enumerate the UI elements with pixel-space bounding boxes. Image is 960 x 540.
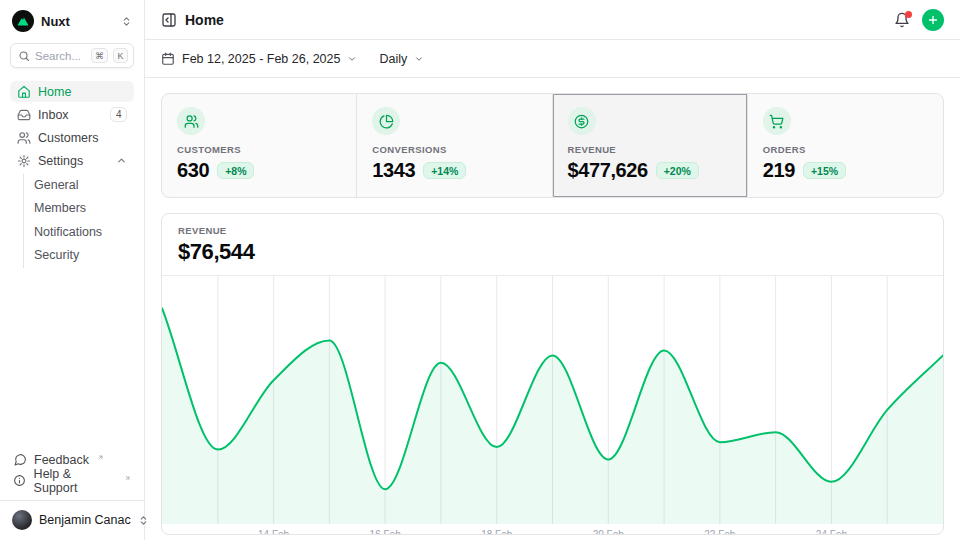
- filters-toolbar: Feb 12, 2025 - Feb 26, 2025 Daily: [145, 40, 960, 78]
- workspace-switcher[interactable]: Nuxt: [10, 9, 134, 43]
- x-tick-label: 20 Feb: [593, 529, 624, 535]
- workspace-name: Nuxt: [41, 14, 114, 29]
- sidebar-item-security[interactable]: Security: [27, 245, 134, 267]
- sidebar-item-label: Members: [34, 201, 86, 215]
- sidebar: Nuxt ⌘ K Home Inbo: [0, 0, 145, 540]
- date-range-picker[interactable]: Feb 12, 2025 - Feb 26, 2025: [161, 52, 357, 66]
- page-header: Home: [145, 0, 960, 40]
- search-icon: [18, 50, 30, 62]
- inbox-icon: [17, 108, 31, 122]
- chevrons-up-down-icon: [121, 16, 132, 27]
- revenue-chart[interactable]: 14 Feb16 Feb18 Feb20 Feb22 Feb24 Feb: [162, 276, 943, 535]
- nuxt-logo: [12, 10, 34, 32]
- x-tick-label: 24 Feb: [816, 529, 847, 535]
- chart-header: REVENUE $76,544: [162, 214, 943, 276]
- stat-value: $477,626: [568, 159, 648, 182]
- sidebar-item-settings[interactable]: Settings: [10, 150, 134, 171]
- x-tick-label: 16 Feb: [370, 529, 401, 535]
- settings-subnav: General Members Notifications Security: [23, 174, 134, 268]
- sidebar-item-help-support[interactable]: Help & Support: [10, 470, 134, 491]
- shopping-cart-icon: [763, 107, 791, 135]
- sidebar-item-label: Notifications: [34, 225, 102, 239]
- search-box[interactable]: ⌘ K: [10, 43, 134, 68]
- stat-orders[interactable]: ORDERS 219 +15%: [748, 94, 943, 197]
- sidebar-item-inbox[interactable]: Inbox 4: [10, 104, 134, 125]
- sidebar-nav: Home Inbox 4 Customers Settings: [10, 81, 134, 270]
- plus-icon: [927, 14, 939, 26]
- stat-label: ORDERS: [763, 144, 928, 155]
- stat-value: 630: [177, 159, 209, 182]
- main-area: Home Feb 12, 2025 - Feb 26, 2025: [145, 0, 960, 540]
- dashboard-app: Nuxt ⌘ K Home Inbo: [0, 0, 960, 540]
- chart-x-ticks: 14 Feb16 Feb18 Feb20 Feb22 Feb24 Feb: [162, 524, 943, 535]
- user-menu[interactable]: Benjamin Canac: [0, 500, 144, 534]
- period-value: Daily: [379, 52, 407, 66]
- stat-label: CONVERSIONS: [372, 144, 536, 155]
- sidebar-item-customers[interactable]: Customers: [10, 127, 134, 148]
- gear-icon: [17, 154, 31, 168]
- add-button[interactable]: [922, 9, 944, 31]
- kbd-command: ⌘: [91, 48, 108, 63]
- chevron-up-icon: [116, 155, 127, 166]
- stat-delta-badge: +20%: [656, 162, 699, 179]
- chevron-down-icon: [347, 54, 357, 64]
- user-name: Benjamin Canac: [39, 513, 131, 527]
- external-link-icon: [124, 471, 131, 485]
- sidebar-item-general[interactable]: General: [27, 174, 134, 196]
- footer-item-label: Help & Support: [34, 467, 116, 495]
- footer-item-label: Feedback: [34, 453, 89, 467]
- page-title: Home: [185, 12, 224, 28]
- sidebar-spacer: [10, 270, 134, 449]
- pie-chart-icon: [372, 107, 400, 135]
- stat-delta-badge: +14%: [423, 162, 466, 179]
- x-tick-label: 14 Feb: [258, 529, 289, 535]
- user-avatar: [12, 510, 32, 530]
- stat-customers[interactable]: CUSTOMERS 630 +8%: [162, 94, 357, 197]
- stat-value: 219: [763, 159, 795, 182]
- sidebar-item-label: Security: [34, 248, 79, 262]
- home-icon: [17, 85, 31, 99]
- sidebar-item-label: Home: [38, 85, 71, 99]
- message-bubble-icon: [13, 453, 27, 466]
- search-input[interactable]: [35, 50, 86, 62]
- date-range-value: Feb 12, 2025 - Feb 26, 2025: [182, 52, 340, 66]
- notification-dot: [905, 11, 912, 18]
- panel-collapse-icon[interactable]: [161, 12, 177, 28]
- circle-dollar-icon: [568, 107, 596, 135]
- stat-label: REVENUE: [568, 144, 732, 155]
- chart-metric-value: $76,544: [178, 239, 927, 265]
- stat-conversions[interactable]: CONVERSIONS 1343 +14%: [357, 94, 552, 197]
- x-tick-label: 18 Feb: [481, 529, 512, 535]
- period-select[interactable]: Daily: [379, 52, 424, 66]
- sidebar-item-members[interactable]: Members: [27, 198, 134, 220]
- stat-value: 1343: [372, 159, 415, 182]
- content: CUSTOMERS 630 +8% CONVERSIONS 1343 +14%: [145, 78, 960, 540]
- users-icon: [17, 131, 31, 145]
- sidebar-item-label: Inbox: [38, 108, 69, 122]
- stat-delta-badge: +15%: [803, 162, 846, 179]
- stat-label: CUSTOMERS: [177, 144, 341, 155]
- external-link-icon: [97, 450, 104, 464]
- revenue-chart-svg: [162, 276, 943, 524]
- kbd-k: K: [113, 48, 128, 63]
- stat-revenue[interactable]: REVENUE $477,626 +20%: [553, 94, 748, 197]
- info-circle-icon: [13, 474, 27, 487]
- inbox-count-badge: 4: [110, 107, 127, 122]
- stats-row: CUSTOMERS 630 +8% CONVERSIONS 1343 +14%: [161, 93, 944, 198]
- stat-delta-badge: +8%: [217, 162, 254, 179]
- sidebar-item-label: Settings: [38, 154, 83, 168]
- sidebar-item-label: Customers: [38, 131, 98, 145]
- chart-metric-label: REVENUE: [178, 225, 927, 236]
- revenue-chart-panel: REVENUE $76,544 14 Feb16 Feb18 Feb20 Feb…: [161, 213, 944, 535]
- chevron-down-icon: [414, 54, 424, 64]
- notifications-button[interactable]: [894, 12, 910, 28]
- calendar-icon: [161, 52, 175, 66]
- sidebar-item-home[interactable]: Home: [10, 81, 134, 102]
- sidebar-item-label: General: [34, 178, 78, 192]
- sidebar-item-notifications[interactable]: Notifications: [27, 221, 134, 243]
- users-icon: [177, 107, 205, 135]
- x-tick-label: 22 Feb: [704, 529, 735, 535]
